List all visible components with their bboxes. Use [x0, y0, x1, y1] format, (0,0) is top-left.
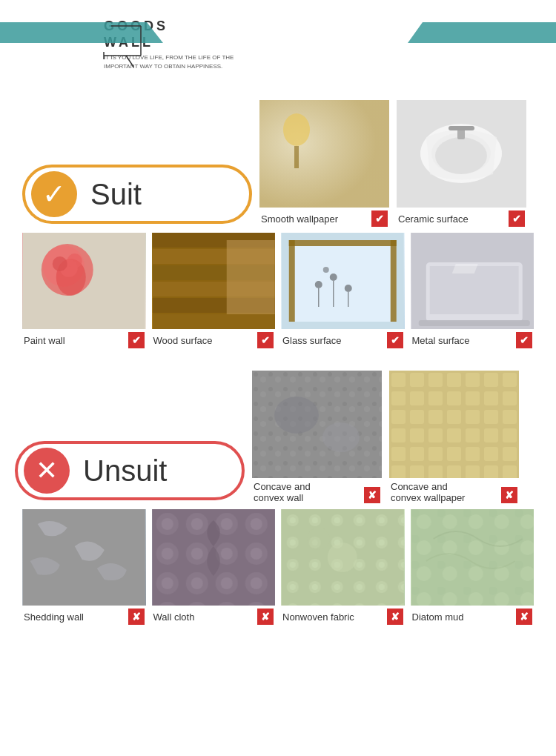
smooth-wallpaper-label: Smooth wallpaper: [261, 213, 338, 225]
metal-label: Metal surface: [412, 335, 470, 346]
suit-badge: ✓ Suit: [22, 165, 252, 224]
wood-check: ✔: [257, 332, 274, 348]
svg-point-12: [435, 137, 487, 174]
surface-smooth-wallpaper: Smooth wallpaper ✔: [259, 100, 389, 227]
svg-point-70: [308, 528, 330, 550]
surface-nonwoven: Nonwoven fabric ✘: [281, 509, 405, 625]
metal-check: ✔: [516, 332, 532, 348]
svg-point-7: [283, 113, 310, 146]
svg-point-51: [274, 397, 319, 434]
svg-point-38: [323, 267, 329, 273]
svg-rect-28: [152, 314, 274, 329]
smooth-wallpaper-label-row: Smooth wallpaper ✔: [259, 210, 389, 227]
shedding-check: ✘: [128, 609, 145, 625]
surface-ceramic: Ceramic surface ✔: [397, 100, 526, 227]
nonwoven-label-row: Nonwoven fabric ✘: [281, 609, 405, 625]
svg-rect-6: [259, 100, 389, 208]
svg-point-52: [322, 422, 360, 452]
glass-check: ✔: [387, 332, 403, 348]
paint-wall-check: ✔: [128, 332, 145, 348]
concave-wall-check: ✘: [364, 487, 380, 503]
svg-point-36: [330, 273, 337, 281]
svg-rect-33: [289, 240, 295, 322]
wall-cloth-label: Wall cloth: [153, 611, 195, 623]
svg-rect-34: [391, 240, 397, 322]
suit-four-grid: Paint wall ✔: [15, 233, 541, 348]
surface-concave-wallpaper: Concave andconvex wallpaper ✘: [389, 371, 519, 503]
paint-wall-label-row: Paint wall ✔: [22, 332, 146, 348]
shedding-label-row: Shedding wall ✘: [22, 609, 146, 625]
svg-rect-14: [449, 126, 474, 130]
page-header: GOODS WALL IT IS YOU LOVE LIFE, FROM THE…: [0, 0, 556, 89]
surface-wall-cloth: Wall cloth ✘: [152, 509, 276, 625]
shedding-label: Shedding wall: [24, 611, 84, 623]
concave-wallpaper-check: ✘: [501, 487, 517, 503]
ceramic-check: ✔: [509, 210, 525, 227]
svg-point-21: [67, 253, 82, 268]
bracket-decoration: [89, 11, 156, 78]
concave-wallpaper-label-row: Concave andconvex wallpaper ✘: [389, 481, 519, 503]
concave-wallpaper-label: Concave andconvex wallpaper: [391, 481, 465, 503]
metal-label-row: Metal surface ✔: [411, 332, 535, 348]
unsuit-badge: ✕ Unsuit: [15, 441, 245, 500]
unsuit-x-circle: ✕: [24, 448, 70, 494]
surface-glass: Glass surface ✔: [281, 233, 405, 348]
nonwoven-check: ✘: [387, 609, 403, 625]
unsuit-xmark: ✕: [36, 457, 58, 484]
unsuit-section: ✕ Unsuit: [0, 363, 556, 640]
diatom-label: Diatom mud: [412, 611, 464, 623]
concave-wall-label: Concave andconvex wall: [254, 481, 311, 503]
paint-wall-label: Paint wall: [24, 335, 65, 346]
suit-checkmark: ✓: [42, 180, 66, 208]
wood-label-row: Wood surface ✔: [152, 332, 276, 348]
svg-rect-31: [289, 240, 397, 322]
surface-metal: Metal surface ✔: [411, 233, 535, 348]
svg-point-37: [345, 285, 352, 292]
surface-diatom: Diatom mud ✘: [411, 509, 535, 625]
concave-wall-label-row: Concave andconvex wall ✘: [252, 481, 382, 503]
glass-label-row: Glass surface ✔: [281, 332, 405, 348]
wood-label: Wood surface: [153, 335, 213, 346]
ceramic-label-row: Ceramic surface ✔: [397, 210, 526, 227]
svg-rect-8: [294, 146, 299, 168]
surface-concave-wall: Concave andconvex wall ✘: [252, 371, 382, 503]
svg-point-69: [328, 543, 357, 572]
diatom-label-row: Diatom mud ✘: [411, 609, 535, 625]
svg-point-35: [315, 281, 322, 288]
wall-cloth-check: ✘: [257, 609, 274, 625]
unsuit-label: Unsuit: [83, 454, 167, 488]
svg-point-20: [53, 256, 67, 271]
unsuit-four-grid: Shedding wall ✘: [15, 509, 541, 625]
svg-rect-45: [418, 320, 529, 326]
suit-section: ✓ Suit: [0, 89, 556, 363]
smooth-wallpaper-check: ✔: [371, 210, 388, 227]
surface-paint-wall: Paint wall ✔: [22, 233, 146, 348]
diatom-check: ✘: [516, 609, 532, 625]
svg-rect-29: [226, 240, 274, 314]
surface-shedding: Shedding wall ✘: [22, 509, 146, 625]
deco-bar-right: [408, 22, 556, 43]
nonwoven-label: Nonwoven fabric: [282, 611, 354, 623]
surface-wood: Wood surface ✔: [152, 233, 276, 348]
suit-check-circle: ✓: [31, 171, 77, 217]
svg-rect-75: [411, 509, 533, 606]
svg-line-3: [126, 56, 133, 67]
svg-rect-32: [289, 240, 397, 246]
svg-rect-47: [252, 371, 382, 478]
svg-rect-56: [389, 371, 519, 478]
wall-cloth-label-row: Wall cloth ✘: [152, 609, 276, 625]
ceramic-label: Ceramic surface: [398, 213, 469, 225]
suit-label: Suit: [90, 178, 142, 211]
glass-label: Glass surface: [282, 335, 341, 346]
